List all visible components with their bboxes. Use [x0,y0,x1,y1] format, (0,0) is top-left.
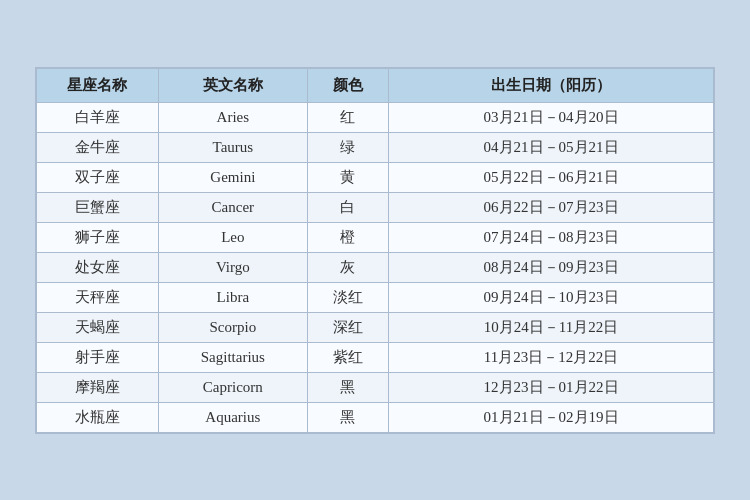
cell-zh: 巨蟹座 [37,192,159,222]
table-row: 巨蟹座Cancer白06月22日－07月23日 [37,192,714,222]
table-row: 白羊座Aries红03月21日－04月20日 [37,102,714,132]
cell-date: 03月21日－04月20日 [389,102,714,132]
cell-zh: 狮子座 [37,222,159,252]
cell-date: 07月24日－08月23日 [389,222,714,252]
cell-en: Gemini [158,162,307,192]
cell-date: 08月24日－09月23日 [389,252,714,282]
table-row: 射手座Sagittarius紫红11月23日－12月22日 [37,342,714,372]
cell-en: Taurus [158,132,307,162]
cell-date: 04月21日－05月21日 [389,132,714,162]
cell-en: Sagittarius [158,342,307,372]
header-zh: 星座名称 [37,68,159,102]
cell-color: 黄 [307,162,388,192]
cell-en: Cancer [158,192,307,222]
cell-zh: 处女座 [37,252,159,282]
table-row: 狮子座Leo橙07月24日－08月23日 [37,222,714,252]
cell-date: 01月21日－02月19日 [389,402,714,432]
table-row: 天蝎座Scorpio深红10月24日－11月22日 [37,312,714,342]
cell-en: Leo [158,222,307,252]
cell-color: 灰 [307,252,388,282]
cell-zh: 双子座 [37,162,159,192]
table-row: 摩羯座Capricorn黑12月23日－01月22日 [37,372,714,402]
cell-date: 06月22日－07月23日 [389,192,714,222]
cell-color: 橙 [307,222,388,252]
cell-color: 淡红 [307,282,388,312]
cell-zh: 摩羯座 [37,372,159,402]
header-color: 颜色 [307,68,388,102]
cell-color: 绿 [307,132,388,162]
zodiac-table: 星座名称 英文名称 颜色 出生日期（阳历） 白羊座Aries红03月21日－04… [35,67,715,434]
table-header-row: 星座名称 英文名称 颜色 出生日期（阳历） [37,68,714,102]
cell-en: Libra [158,282,307,312]
table-row: 天秤座Libra淡红09月24日－10月23日 [37,282,714,312]
cell-color: 紫红 [307,342,388,372]
cell-date: 05月22日－06月21日 [389,162,714,192]
cell-zh: 水瓶座 [37,402,159,432]
cell-color: 黑 [307,402,388,432]
cell-en: Virgo [158,252,307,282]
cell-en: Aquarius [158,402,307,432]
cell-zh: 天蝎座 [37,312,159,342]
cell-date: 09月24日－10月23日 [389,282,714,312]
table-row: 双子座Gemini黄05月22日－06月21日 [37,162,714,192]
cell-color: 黑 [307,372,388,402]
cell-date: 10月24日－11月22日 [389,312,714,342]
header-date: 出生日期（阳历） [389,68,714,102]
cell-en: Scorpio [158,312,307,342]
cell-zh: 天秤座 [37,282,159,312]
cell-en: Capricorn [158,372,307,402]
cell-zh: 射手座 [37,342,159,372]
cell-zh: 白羊座 [37,102,159,132]
cell-date: 11月23日－12月22日 [389,342,714,372]
cell-color: 白 [307,192,388,222]
cell-color: 红 [307,102,388,132]
cell-color: 深红 [307,312,388,342]
cell-zh: 金牛座 [37,132,159,162]
table-row: 金牛座Taurus绿04月21日－05月21日 [37,132,714,162]
cell-date: 12月23日－01月22日 [389,372,714,402]
cell-en: Aries [158,102,307,132]
header-en: 英文名称 [158,68,307,102]
table-row: 水瓶座Aquarius黑01月21日－02月19日 [37,402,714,432]
table-row: 处女座Virgo灰08月24日－09月23日 [37,252,714,282]
